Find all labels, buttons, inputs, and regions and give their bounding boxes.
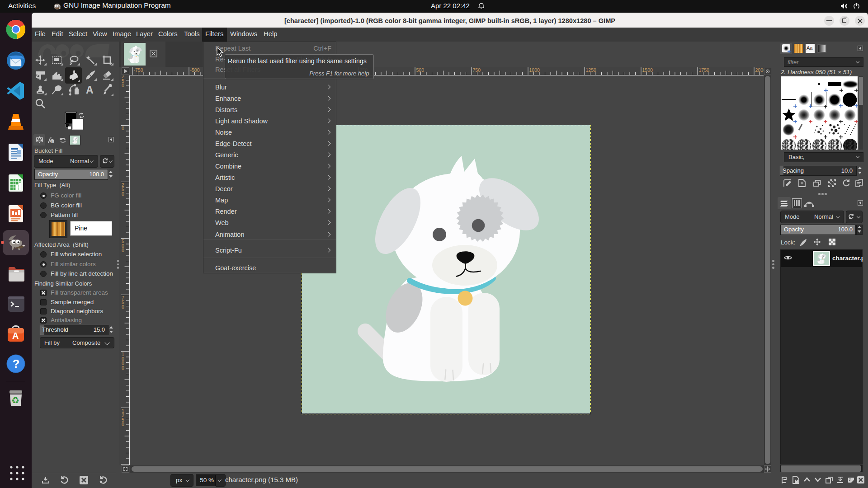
svg-text:A: A bbox=[12, 331, 19, 341]
svg-text:0: 0 bbox=[122, 191, 124, 197]
svg-text:0: 0 bbox=[122, 304, 124, 310]
svg-text:?: ? bbox=[13, 357, 20, 371]
svg-text:0: 0 bbox=[122, 83, 124, 88]
svg-text:1500: 1500 bbox=[642, 67, 653, 73]
svg-text:-750: -750 bbox=[134, 67, 143, 73]
svg-text:1750: 1750 bbox=[699, 67, 710, 73]
svg-text:1250: 1250 bbox=[586, 67, 597, 73]
svg-text:750: 750 bbox=[473, 67, 481, 73]
svg-text:500: 500 bbox=[416, 67, 425, 73]
svg-text:i: i bbox=[52, 140, 52, 144]
svg-text:♻: ♻ bbox=[11, 395, 19, 405]
svg-text:1000: 1000 bbox=[529, 67, 540, 73]
svg-text:0: 0 bbox=[122, 248, 124, 253]
svg-text:2000: 2000 bbox=[755, 67, 764, 73]
svg-text:0: 0 bbox=[122, 126, 124, 131]
svg-text:0: 0 bbox=[122, 422, 124, 427]
svg-text:-500: -500 bbox=[190, 67, 200, 73]
svg-text:0: 0 bbox=[122, 365, 124, 371]
